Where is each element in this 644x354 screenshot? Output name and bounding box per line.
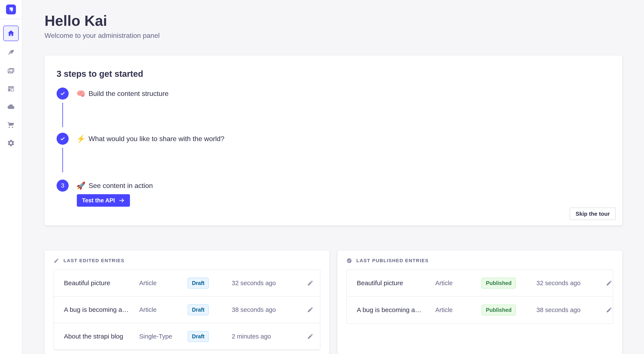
last-edited-header: LAST EDITED ENTRIES: [54, 258, 320, 264]
step-1-done-circle: [56, 87, 69, 100]
step-connector: [62, 148, 63, 172]
status-badge: Draft: [188, 278, 209, 289]
check-icon: [60, 90, 66, 97]
gear-icon: [7, 139, 15, 147]
sidebar-item-home[interactable]: [3, 25, 19, 41]
entry-title: A bug is becoming a…: [64, 306, 139, 313]
check-circle-icon: [346, 258, 352, 264]
step-1-text: Build the content structure: [88, 90, 168, 98]
last-published-title: LAST PUBLISHED ENTRIES: [356, 258, 428, 264]
step-connector: [62, 103, 63, 127]
entries-section: LAST EDITED ENTRIES Beautiful picture Ar…: [44, 251, 622, 354]
sidebar-item-content-type-builder[interactable]: [3, 81, 19, 97]
sidebar-nav: [3, 25, 19, 151]
table-row: A bug is becoming a… Article Draft 38 se…: [54, 297, 320, 323]
test-api-label: Test the API: [82, 197, 115, 204]
status-badge: Draft: [188, 304, 209, 315]
strapi-admin-app: Hello Kai Welcome to your administration…: [0, 0, 644, 354]
entry-time: 38 seconds ago: [536, 307, 605, 314]
entry-type: Single-Type: [139, 333, 188, 340]
step-2-done-circle: [56, 133, 69, 145]
rocket-emoji-icon: 🚀: [76, 182, 86, 189]
step-3-number: 3: [61, 182, 64, 189]
table-row: About the strapi blog Single-Type Draft …: [54, 323, 320, 350]
strapi-logo[interactable]: [6, 4, 16, 14]
pencil-icon: [54, 258, 59, 264]
pencil-icon: [307, 333, 314, 340]
layout-icon: [7, 85, 15, 93]
step-2-text: What would you like to share with the wo…: [88, 135, 224, 143]
pencil-icon: [307, 280, 314, 286]
skip-tour-button[interactable]: Skip the tour: [570, 208, 616, 220]
table-row: Beautiful picture Article Published 32 s…: [347, 270, 613, 297]
entry-time: 2 minutes ago: [232, 333, 300, 340]
test-api-button[interactable]: Test the API: [77, 194, 130, 207]
entry-time: 38 seconds ago: [232, 306, 300, 313]
home-icon: [7, 29, 15, 37]
entry-title: About the strapi blog: [64, 333, 139, 340]
check-icon: [60, 136, 66, 142]
last-edited-table: Beautiful picture Article Draft 32 secon…: [54, 270, 320, 350]
page-title: Hello Kai: [44, 12, 622, 29]
step-2-label: ⚡ What would you like to share with the …: [76, 135, 224, 143]
onboarding-card: 3 steps to get started 🧠 Build the conte…: [44, 55, 622, 225]
media-library-icon: [7, 67, 15, 75]
last-published-panel: LAST PUBLISHED ENTRIES Beautiful picture…: [338, 251, 622, 354]
onboarding-step-1: 🧠 Build the content structure: [56, 87, 610, 100]
edit-entry-button[interactable]: [307, 307, 314, 313]
edit-entry-button[interactable]: [307, 280, 314, 286]
table-row: A bug is becoming a… Article Published 3…: [347, 297, 613, 323]
brain-emoji-icon: 🧠: [76, 90, 86, 97]
sidebar-item-marketplace[interactable]: [3, 117, 19, 133]
page-subtitle: Welcome to your administration panel: [44, 31, 622, 40]
last-published-header: LAST PUBLISHED ENTRIES: [346, 258, 613, 264]
entry-type: Article: [435, 280, 482, 287]
sidebar-item-content-manager[interactable]: [3, 45, 19, 60]
edit-entry-button[interactable]: [606, 280, 612, 286]
table-row: Beautiful picture Article Draft 32 secon…: [54, 270, 320, 297]
step-1-label: 🧠 Build the content structure: [76, 90, 168, 98]
zap-emoji-icon: ⚡: [76, 135, 86, 142]
cloud-icon: [7, 103, 15, 111]
entry-title: Beautiful picture: [64, 279, 139, 287]
entry-title: A bug is becoming a…: [357, 306, 435, 314]
feather-icon: [7, 49, 15, 56]
step-3-number-circle: 3: [56, 180, 69, 192]
onboarding-title: 3 steps to get started: [56, 69, 610, 79]
entry-type: Article: [139, 280, 188, 287]
entry-time: 32 seconds ago: [232, 280, 300, 287]
sidebar-item-media-library[interactable]: [3, 63, 19, 78]
last-published-table: Beautiful picture Article Published 32 s…: [346, 270, 613, 324]
entry-time: 32 seconds ago: [536, 280, 605, 287]
entry-type: Article: [435, 307, 482, 314]
pencil-icon: [307, 307, 314, 313]
last-edited-title: LAST EDITED ENTRIES: [64, 258, 124, 264]
status-badge: Published: [482, 305, 516, 316]
sidebar-item-cloud[interactable]: [3, 99, 19, 115]
edit-entry-button[interactable]: [606, 307, 612, 313]
pencil-icon: [606, 307, 612, 313]
sidebar-item-settings[interactable]: [3, 135, 19, 151]
strapi-logo-glyph: [6, 4, 16, 14]
arrow-right-icon: [118, 197, 125, 204]
pencil-icon: [606, 280, 612, 286]
cart-icon: [7, 121, 15, 129]
step-3-label: 🚀 See content in action: [76, 182, 153, 190]
edit-entry-button[interactable]: [307, 333, 314, 340]
onboarding-step-2: ⚡ What would you like to share with the …: [56, 133, 610, 145]
last-edited-panel: LAST EDITED ENTRIES Beautiful picture Ar…: [44, 251, 330, 354]
sidebar-divider: [0, 19, 22, 19]
status-badge: Published: [482, 278, 516, 289]
sidebar: [0, 0, 22, 354]
status-badge: Draft: [188, 331, 209, 342]
onboarding-step-3: 3 🚀 See content in action: [56, 180, 610, 192]
entry-type: Article: [139, 306, 188, 313]
main-content: Hello Kai Welcome to your administration…: [22, 0, 644, 354]
entry-title: Beautiful picture: [357, 279, 435, 287]
step-3-text: See content in action: [88, 182, 153, 190]
